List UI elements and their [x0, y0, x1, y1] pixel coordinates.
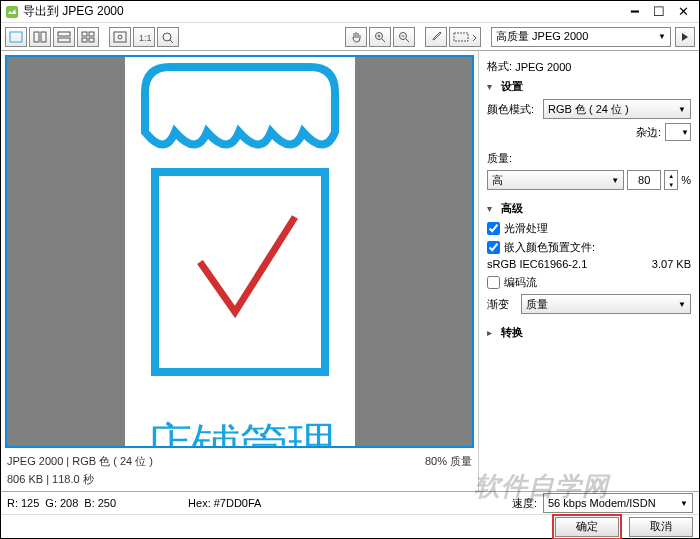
eyedropper-icon[interactable]: [425, 27, 447, 47]
svg-line-20: [406, 39, 409, 42]
preview-canvas[interactable]: 店铺管理: [5, 55, 474, 448]
svg-rect-4: [58, 32, 70, 36]
collapse-icon: ▾: [487, 203, 501, 214]
quality-spinner[interactable]: ▲▼: [664, 170, 678, 190]
profile-size: 3.07 KB: [652, 258, 691, 270]
color-mode-label: 颜色模式:: [487, 102, 543, 117]
svg-rect-1: [10, 32, 22, 42]
quality-label: 质量:: [487, 151, 512, 166]
embed-profile-checkbox[interactable]: [487, 241, 500, 254]
svg-rect-0: [6, 6, 18, 18]
speed-label: 速度:: [512, 496, 537, 511]
selection-icon[interactable]: [449, 27, 481, 47]
pan-icon[interactable]: [345, 27, 367, 47]
quality-value-input[interactable]: 80: [627, 170, 661, 190]
close-button[interactable]: ✕: [671, 3, 695, 21]
titlebar: 导出到 JPEG 2000 ━ ☐ ✕: [1, 1, 699, 23]
chevron-down-icon: ▼: [678, 300, 686, 309]
speed-select[interactable]: 56 kbps Modem/ISDN ▼: [543, 493, 693, 513]
properties-pane: 格式: JPEG 2000 ▾ 设置 颜色模式: RGB 色 ( 24 位 ) …: [479, 51, 699, 491]
view-split-v-icon[interactable]: [29, 27, 51, 47]
view-single-icon[interactable]: [5, 27, 27, 47]
b-value: 250: [98, 497, 116, 509]
cancel-button[interactable]: 取消: [629, 517, 693, 537]
svg-text:店铺管理: 店铺管理: [144, 419, 336, 448]
collapse-icon: ▾: [487, 81, 501, 92]
view-quad-icon[interactable]: [77, 27, 99, 47]
svg-rect-5: [58, 38, 70, 42]
preset-select[interactable]: 高质量 JPEG 2000 ▼: [491, 27, 671, 47]
quality-level-select[interactable]: 高 ▼: [487, 170, 624, 190]
svg-rect-10: [114, 32, 126, 42]
content: 店铺管理 JPEG 2000 | RGB 色 ( 24 位 ) 80% 质量 8…: [1, 51, 699, 491]
format-label: 格式:: [487, 59, 512, 74]
zoom-to-icon[interactable]: [157, 27, 179, 47]
svg-rect-2: [34, 32, 39, 42]
quality-percent: %: [681, 174, 691, 186]
svg-text:1:1: 1:1: [139, 33, 151, 43]
preview-image: 店铺管理: [125, 57, 355, 448]
svg-point-11: [118, 35, 122, 39]
zoom-actual-icon[interactable]: 1:1: [133, 27, 155, 47]
chevron-down-icon: ▼: [678, 105, 686, 114]
svg-rect-6: [82, 32, 87, 36]
svg-rect-22: [454, 33, 468, 41]
svg-rect-23: [155, 172, 325, 372]
preview-size-info: 806 KB | 118.0 秒: [1, 471, 478, 491]
svg-rect-8: [82, 38, 87, 42]
ok-button[interactable]: 确定: [555, 517, 619, 537]
preset-more-button[interactable]: [675, 27, 695, 47]
transform-section-header[interactable]: ▸ 转换: [487, 322, 691, 343]
preview-format-info: JPEG 2000 | RGB 色 ( 24 位 ): [7, 454, 153, 469]
preview-pane: 店铺管理 JPEG 2000 | RGB 色 ( 24 位 ) 80% 质量 8…: [1, 51, 479, 491]
svg-rect-3: [41, 32, 46, 42]
svg-point-13: [163, 33, 171, 41]
preview-quality-info: 80% 质量: [425, 454, 472, 469]
embed-profile-label: 嵌入颜色预置文件:: [504, 240, 595, 255]
toolbar: 1:1 高质量 JPEG 2000 ▼: [1, 23, 699, 51]
advanced-section-header[interactable]: ▾ 高级: [487, 198, 691, 219]
svg-line-14: [170, 40, 173, 43]
window-title: 导出到 JPEG 2000: [23, 3, 623, 20]
color-mode-select[interactable]: RGB 色 ( 24 位 ) ▼: [543, 99, 691, 119]
zoom-in-icon[interactable]: [369, 27, 391, 47]
progressive-select[interactable]: 质量 ▼: [521, 294, 691, 314]
preset-value: 高质量 JPEG 2000: [496, 29, 588, 44]
progressive-label: 渐变: [487, 297, 517, 312]
zoom-out-icon[interactable]: [393, 27, 415, 47]
smooth-label: 光滑处理: [504, 221, 548, 236]
export-dialog: 导出到 JPEG 2000 ━ ☐ ✕ 1:1 高质量 JPEG 2000 ▼: [0, 0, 700, 539]
matte-swatch[interactable]: ▼: [665, 123, 691, 141]
codestream-label: 编码流: [504, 275, 537, 290]
hex-value: #7DD0FA: [214, 497, 262, 509]
svg-rect-7: [89, 32, 94, 36]
app-icon: [5, 5, 19, 19]
matte-label: 杂边:: [636, 125, 661, 140]
chevron-down-icon: ▼: [680, 499, 688, 508]
codestream-checkbox[interactable]: [487, 276, 500, 289]
chevron-down-icon: ▼: [658, 32, 666, 41]
profile-name: sRGB IEC61966-2.1: [487, 258, 587, 270]
settings-section-header[interactable]: ▾ 设置: [487, 76, 691, 97]
r-value: 125: [21, 497, 39, 509]
zoom-fit-icon[interactable]: [109, 27, 131, 47]
minimize-button[interactable]: ━: [623, 3, 647, 21]
svg-line-16: [382, 39, 385, 42]
chevron-down-icon: ▼: [611, 176, 619, 185]
svg-rect-9: [89, 38, 94, 42]
maximize-button[interactable]: ☐: [647, 3, 671, 21]
expand-icon: ▸: [487, 327, 501, 338]
smooth-checkbox[interactable]: [487, 222, 500, 235]
footer: R:125 G:208 B:250 Hex:#7DD0FA 速度: 56 kbp…: [1, 491, 699, 538]
g-value: 208: [60, 497, 78, 509]
format-value: JPEG 2000: [515, 61, 571, 73]
view-split-h-icon[interactable]: [53, 27, 75, 47]
